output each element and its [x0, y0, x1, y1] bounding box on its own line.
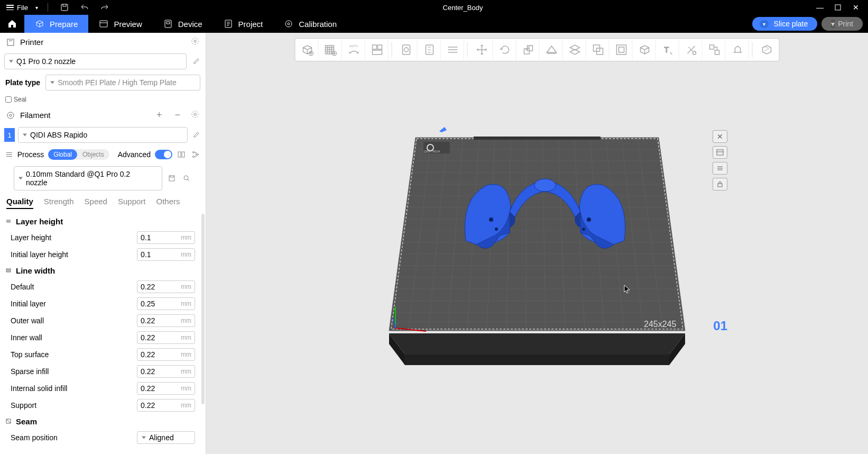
gear-icon[interactable] [191, 110, 199, 120]
settings-tree-icon[interactable] [191, 149, 200, 160]
plate-lock-icon[interactable] [713, 178, 727, 190]
global-objects-toggle[interactable]: Global Objects [48, 149, 109, 160]
svg-marker-46 [389, 138, 685, 331]
assembly-icon[interactable] [704, 40, 726, 60]
minimize-icon[interactable]: — [815, 3, 825, 12]
support-lw-input[interactable]: mm [137, 399, 195, 412]
support-painting-icon[interactable] [611, 40, 633, 60]
printer-select[interactable]: Q1 Pro 0.2 nozzle [4, 53, 187, 69]
layer-height-input[interactable]: mm [137, 231, 195, 244]
tab-others[interactable]: Others [156, 197, 180, 209]
svg-rect-2 [100, 21, 107, 27]
undo-icon[interactable] [80, 3, 89, 12]
save-icon[interactable] [60, 3, 69, 12]
group-seam[interactable]: Seam [0, 414, 206, 429]
mesh-repair-icon[interactable] [727, 40, 749, 60]
svg-rect-14 [182, 152, 184, 157]
sparse-infill-lw-input[interactable]: mm [137, 365, 195, 378]
tab-strength[interactable]: Strength [44, 197, 74, 209]
advanced-toggle[interactable] [155, 150, 172, 159]
tab-prepare[interactable]: Prepare [24, 15, 88, 33]
svg-point-12 [194, 113, 196, 115]
svg-point-89 [489, 217, 493, 222]
flatten-icon[interactable] [541, 40, 563, 60]
redo-icon[interactable] [100, 3, 109, 12]
initial-layer-height-input[interactable]: mm [137, 248, 195, 261]
cut-icon[interactable] [419, 40, 441, 60]
assembly-view-icon[interactable] [756, 40, 778, 60]
measure-icon[interactable] [680, 40, 703, 60]
split-icon[interactable] [564, 40, 586, 60]
default-lw-input[interactable]: mm [137, 280, 195, 293]
arrange-icon[interactable] [366, 40, 389, 60]
slice-dropdown-icon[interactable]: ▾ [760, 20, 769, 28]
svg-point-16 [192, 156, 194, 158]
process-section-header: Process Global Objects Advanced [0, 145, 206, 164]
text-icon[interactable] [442, 40, 464, 60]
tab-preview[interactable]: Preview [88, 15, 152, 33]
close-icon[interactable]: ✕ [851, 3, 861, 12]
variable-layer-icon[interactable] [395, 40, 418, 60]
svg-point-39 [692, 51, 696, 55]
edit-filament-icon[interactable] [191, 130, 201, 140]
group-layer-height[interactable]: Layer height [0, 214, 206, 229]
filament-color-swatch[interactable]: 1 [4, 128, 15, 142]
add-plate-icon[interactable] [320, 40, 342, 60]
viewport-3d[interactable]: AUTO T [206, 33, 868, 454]
move-icon[interactable] [471, 40, 493, 60]
process-icon [5, 150, 13, 159]
svg-marker-45 [405, 355, 669, 365]
tab-device[interactable]: Device [153, 15, 213, 33]
seal-label: Seal [14, 96, 26, 103]
outer-wall-lw-input[interactable]: mm [137, 314, 195, 327]
inner-wall-lw-input[interactable]: mm [137, 331, 195, 344]
scrollbar[interactable] [201, 214, 205, 404]
edit-printer-icon[interactable] [191, 56, 201, 67]
plate-list-icon[interactable] [713, 162, 727, 175]
auto-orient-icon[interactable]: AUTO [343, 40, 365, 60]
add-filament-icon[interactable]: + [154, 110, 164, 121]
plate-settings-icon[interactable] [713, 146, 727, 159]
rotate-icon[interactable] [494, 40, 516, 60]
tab-calibration[interactable]: Calibration [273, 15, 347, 33]
svg-rect-40 [709, 45, 714, 49]
svg-text:T: T [664, 46, 669, 54]
file-menu-label: File [17, 4, 28, 12]
search-icon[interactable] [181, 173, 192, 184]
svg-rect-13 [178, 152, 181, 157]
print-button[interactable]: ▾ Print [821, 17, 863, 31]
seal-checkbox[interactable] [5, 96, 12, 103]
compare-icon[interactable] [177, 149, 186, 160]
file-menu[interactable]: File ▾ [3, 3, 41, 13]
process-preset-select[interactable]: 0.10mm Standard @Q1 Pro 0.2 nozzle [14, 166, 162, 190]
gear-icon[interactable] [191, 37, 199, 47]
add-cube-icon[interactable] [297, 40, 319, 60]
seam-position-select[interactable]: Aligned [137, 431, 195, 444]
scale-icon[interactable] [518, 40, 540, 60]
param-internal-solid-lw: Internal solid infill mm [0, 380, 206, 397]
emboss-icon[interactable]: T [657, 40, 679, 60]
svg-point-15 [192, 152, 194, 153]
plate-type-select[interactable]: Smooth PEI Plate / High Temp Plate [45, 75, 200, 90]
tab-quality[interactable]: Quality [6, 197, 33, 209]
initial-lw-input[interactable]: mm [137, 297, 195, 310]
svg-point-92 [582, 228, 585, 231]
mesh-boolean-icon[interactable] [587, 40, 610, 60]
remove-filament-icon[interactable]: − [172, 110, 182, 121]
tab-home[interactable] [0, 15, 24, 33]
plate-close-icon[interactable]: ✕ [713, 130, 727, 143]
tab-support[interactable]: Support [118, 197, 146, 209]
svg-rect-0 [61, 4, 68, 11]
internal-solid-lw-input[interactable]: mm [137, 382, 195, 395]
print-dropdown-icon[interactable]: ▾ [831, 20, 835, 28]
seam-painting-icon[interactable] [634, 40, 656, 60]
group-line-width[interactable]: Line width [0, 263, 206, 278]
slice-label: Slice plate [774, 20, 808, 28]
filament-select[interactable]: QIDI ABS Rapido [18, 127, 188, 143]
tab-speed[interactable]: Speed [85, 197, 107, 209]
slice-button[interactable]: ▾ Slice plate [752, 17, 818, 31]
tab-project[interactable]: Project [213, 15, 274, 33]
save-preset-icon[interactable] [167, 173, 177, 184]
top-surface-lw-input[interactable]: mm [137, 348, 195, 361]
maximize-icon[interactable] [833, 3, 843, 12]
